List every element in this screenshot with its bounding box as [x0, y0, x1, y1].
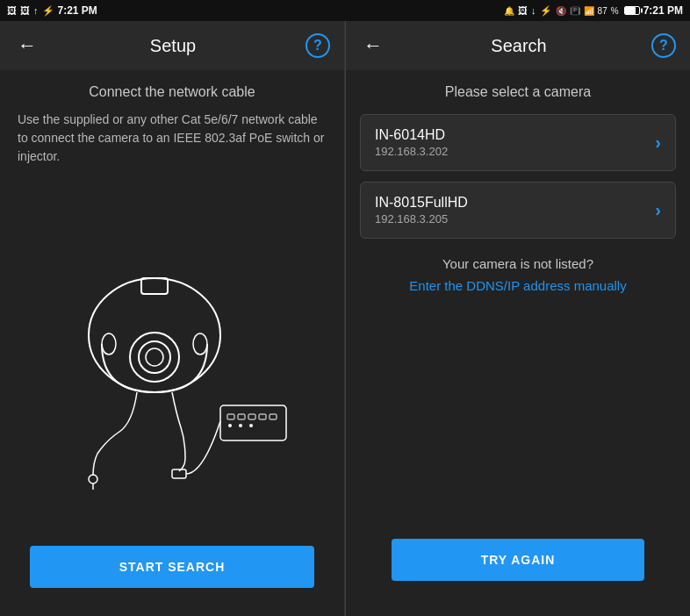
svg-point-6 [193, 333, 207, 355]
svg-point-1 [130, 333, 179, 382]
manual-link[interactable]: Enter the DDNS/IP address manually [360, 278, 676, 293]
svg-point-5 [102, 333, 116, 355]
setup-panel: ← Setup ? Connect the network cable Use … [0, 21, 345, 616]
download-icon: ↓ [531, 5, 536, 16]
setup-help-button[interactable]: ? [305, 33, 330, 58]
search-back-button[interactable]: ← [360, 31, 386, 61]
gallery-icon-2: 🖼 [20, 5, 30, 16]
battery-level: 87 [598, 6, 607, 16]
setup-content-title: Connect the network cable [89, 84, 255, 100]
spacer [360, 311, 676, 539]
svg-point-18 [249, 424, 253, 427]
svg-rect-12 [238, 414, 245, 419]
gallery-icon: 🖼 [7, 5, 17, 16]
bottom-spacer [360, 581, 676, 602]
svg-rect-4 [141, 278, 168, 294]
camera-illustration [14, 176, 330, 546]
notification-icon: 🔔 [504, 6, 514, 16]
camera-ip-1: 192.168.3.202 [375, 145, 448, 158]
chevron-right-icon-1: › [655, 133, 661, 153]
start-search-button[interactable]: START SEARCH [30, 546, 314, 588]
status-bar: 🖼 🖼 ↑ ⚡ 7:21 PM 🔔 🖼 ↓ ⚡ 🔇 📳 📶 87% 7:21 P… [0, 0, 690, 21]
gallery-icon-3: 🖼 [518, 5, 528, 16]
battery-bar [624, 6, 640, 15]
mute-icon: 🔇 [556, 6, 566, 16]
setup-description: Use the supplied or any other Cat 5e/6/7… [14, 111, 330, 166]
camera-card-2[interactable]: IN-8015FullHD 192.168.3.205 › [360, 182, 676, 239]
setup-app-bar: ← Setup ? [0, 21, 344, 70]
usb-icon-2: ⚡ [540, 5, 552, 17]
not-listed-text: Your camera is not listed? [360, 256, 676, 271]
svg-point-7 [89, 475, 97, 483]
camera-name-1: IN-6014HD [375, 127, 448, 143]
setup-content: Connect the network cable Use the suppli… [0, 70, 344, 616]
status-bar-right: 🔔 🖼 ↓ ⚡ 🔇 📳 📶 87% 7:21 PM [497, 4, 690, 17]
svg-rect-11 [227, 414, 234, 419]
main-panels: ← Setup ? Connect the network cable Use … [0, 21, 690, 616]
setup-back-button[interactable]: ← [14, 31, 40, 61]
select-camera-title: Please select a camera [360, 84, 676, 100]
wifi-icon: 📶 [584, 6, 594, 16]
svg-rect-15 [270, 414, 277, 419]
svg-rect-13 [248, 414, 255, 419]
camera-card-1[interactable]: IN-6014HD 192.168.3.202 › [360, 114, 676, 171]
try-again-button[interactable]: TRY AGAIN [392, 539, 644, 581]
svg-rect-10 [220, 405, 286, 441]
camera-info-1: IN-6014HD 192.168.3.202 [375, 127, 448, 158]
svg-point-17 [239, 424, 242, 427]
camera-name-2: IN-8015FullHD [375, 195, 468, 211]
status-time-left: 7:21 PM [58, 4, 97, 17]
camera-info-2: IN-8015FullHD 192.168.3.205 [375, 195, 468, 226]
chevron-right-icon-2: › [655, 200, 661, 220]
search-help-button[interactable]: ? [651, 33, 676, 58]
camera-ip-2: 192.168.3.205 [375, 212, 468, 226]
camera-diagram-svg [49, 230, 295, 493]
svg-rect-14 [259, 414, 266, 419]
search-content: Please select a camera IN-6014HD 192.168… [346, 70, 690, 616]
svg-point-0 [89, 278, 220, 392]
status-time-right: 7:21 PM [643, 4, 683, 17]
status-bar-left: 🖼 🖼 ↑ ⚡ 7:21 PM [0, 4, 104, 17]
search-app-bar: ← Search ? [346, 21, 690, 70]
search-title: Search [491, 36, 546, 56]
setup-title: Setup [150, 36, 196, 56]
vibrate-icon: 📳 [570, 6, 580, 16]
upload-icon: ↑ [33, 5, 39, 16]
svg-point-3 [146, 348, 163, 366]
svg-point-2 [139, 341, 170, 373]
usb-icon: ⚡ [42, 5, 54, 17]
search-panel: ← Search ? Please select a camera IN-601… [346, 21, 690, 616]
svg-point-16 [228, 424, 232, 427]
